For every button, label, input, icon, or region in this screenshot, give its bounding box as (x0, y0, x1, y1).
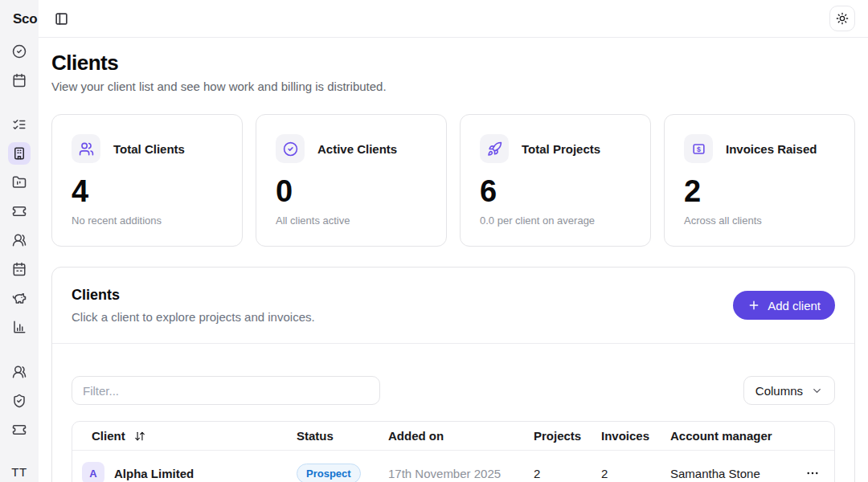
sidebar-item-calendar-2[interactable] (8, 258, 31, 280)
stat-note: Across all clients (684, 214, 835, 227)
user-initials[interactable]: TT (11, 465, 27, 479)
clients-panel-subtitle: Click a client to explore projects and i… (72, 310, 315, 324)
row-actions-button[interactable] (802, 463, 823, 482)
plus-icon (747, 299, 760, 312)
column-header-added-on: Added on (369, 429, 514, 443)
piggy-bank-icon (12, 291, 27, 305)
stat-label: Invoices Raised (726, 142, 817, 156)
sidebar-item-ticket[interactable] (8, 200, 31, 223)
stat-value: 0 (276, 176, 427, 206)
sort-icon[interactable] (134, 431, 145, 442)
table-toolbar: Columns (72, 376, 835, 405)
list-checks-icon (12, 117, 27, 132)
stats-row: Total Clients 4 No recent additions Acti… (51, 114, 855, 247)
chart-column-icon (12, 320, 27, 334)
users-icon (12, 233, 27, 247)
page-title: Clients (51, 51, 855, 75)
clients-panel-title: Clients (72, 287, 315, 304)
sidebar-item-folder[interactable] (8, 171, 31, 194)
sidebar-item-list-checks[interactable] (8, 113, 31, 136)
sidebar-item-clients[interactable] (8, 142, 31, 165)
client-name: Alpha Limited (114, 467, 194, 480)
page-subtitle: View your client list and see how work a… (51, 80, 855, 93)
chevron-down-icon (811, 385, 823, 397)
users-icon (12, 365, 27, 379)
columns-button-label: Columns (755, 384, 803, 398)
stat-card-active-clients: Active Clients 0 All clients active (256, 114, 447, 247)
column-header-label: Client (92, 429, 125, 443)
sidebar-item-piggy-bank[interactable] (8, 287, 31, 309)
status-cell: Prospect (277, 464, 369, 482)
sidebar-item-ticket-2[interactable] (8, 419, 31, 441)
calendar-icon (12, 73, 27, 88)
stat-value: 2 (684, 176, 835, 206)
column-header-invoices: Invoices (582, 429, 651, 443)
sidebar-item-users-2[interactable] (8, 361, 31, 383)
sidebar-group-top (8, 40, 31, 92)
sun-icon (836, 12, 849, 25)
topbar (39, 0, 868, 38)
folder-kanban-icon (12, 175, 27, 190)
ticket-icon (12, 204, 27, 219)
clients-panel: Clients Click a client to explore projec… (51, 267, 855, 482)
stat-note: No recent additions (72, 214, 223, 227)
svg-text:$: $ (697, 145, 701, 153)
invoices-cell: 2 (582, 467, 651, 480)
ellipsis-icon (805, 466, 820, 480)
circle-check-icon (276, 134, 305, 163)
stat-note: 0.0 per client on average (480, 214, 631, 227)
sidebar-item-reports[interactable] (8, 316, 31, 338)
main-area: Clients View your client list and see ho… (39, 0, 868, 482)
calendar-icon (12, 262, 27, 276)
avatar: A (82, 462, 104, 482)
sidebar-toggle-button[interactable] (51, 9, 72, 29)
rocket-icon (480, 134, 509, 163)
table-header-row: Client Status Added on Projects Invoices… (72, 422, 834, 451)
stat-label: Total Clients (113, 142, 185, 156)
column-header-projects: Projects (514, 429, 582, 443)
projects-cell: 2 (514, 467, 582, 480)
added-on-cell: 17th November 2025 (369, 467, 514, 480)
sidebar-item-calendar[interactable] (8, 69, 31, 92)
status-badge: Prospect (297, 464, 361, 482)
users-icon (72, 134, 100, 163)
shield-check-icon (12, 394, 27, 408)
table-row[interactable]: A Alpha Limited Prospect 17th November 2… (72, 451, 834, 482)
column-header-status: Status (277, 429, 369, 443)
panel-left-icon (55, 12, 68, 26)
columns-button[interactable]: Columns (743, 376, 835, 405)
stat-label: Active Clients (317, 142, 397, 156)
theme-toggle-button[interactable] (829, 6, 855, 31)
app-logo: Sco (0, 0, 39, 38)
stat-card-total-projects: Total Projects 6 0.0 per client on avera… (460, 114, 651, 247)
building-icon (12, 146, 27, 161)
circle-check-icon (12, 44, 27, 59)
stat-card-invoices-raised: $ Invoices Raised 2 Across all clients (664, 114, 855, 247)
column-header-client[interactable]: Client (72, 429, 277, 443)
stat-label: Total Projects (522, 142, 600, 156)
add-client-button[interactable]: Add client (733, 291, 835, 320)
clients-panel-body: Columns Client Stat (52, 344, 854, 482)
column-header-account-manager: Account manager (651, 429, 786, 443)
client-cell: A Alpha Limited (72, 462, 277, 482)
sidebar-group-bottom (8, 361, 31, 441)
stat-value: 6 (480, 176, 631, 206)
filter-input[interactable] (72, 376, 380, 405)
stat-note: All clients active (276, 214, 427, 227)
ticket-icon (12, 423, 27, 437)
stat-value: 4 (72, 176, 223, 206)
sidebar: Sco (0, 0, 39, 482)
sidebar-item-circle-check[interactable] (8, 40, 31, 63)
page-content: Clients View your client list and see ho… (39, 38, 868, 482)
clients-panel-header: Clients Click a client to explore projec… (52, 268, 854, 344)
sidebar-item-security[interactable] (8, 390, 31, 412)
account-manager-cell: Samantha Stone (651, 467, 786, 480)
invoice-dollar-icon: $ (684, 134, 713, 163)
stat-card-total-clients: Total Clients 4 No recent additions (51, 114, 243, 247)
clients-table: Client Status Added on Projects Invoices… (72, 421, 835, 482)
add-client-label: Add client (768, 299, 821, 312)
sidebar-item-users[interactable] (8, 229, 31, 251)
sidebar-group-main (8, 113, 31, 338)
